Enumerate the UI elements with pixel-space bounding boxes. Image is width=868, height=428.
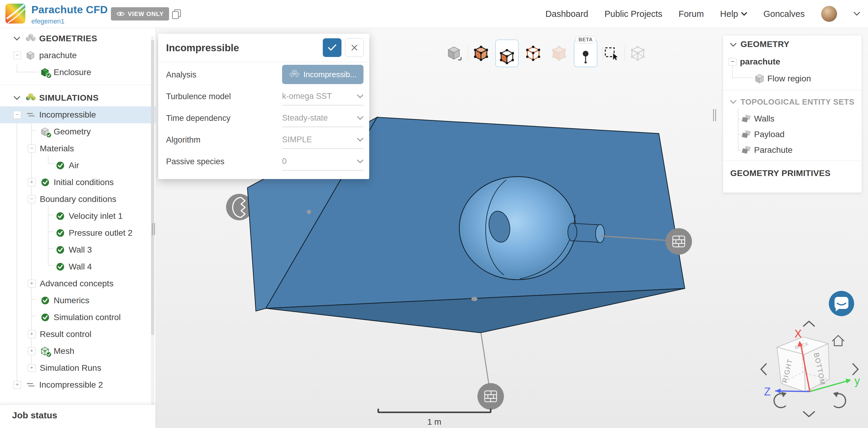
probe-point-tool-icon [579,50,592,64]
probe-point-tool[interactable]: BETA [574,39,597,67]
geometry-panel: GEOMETRY − parachute Flow region TOPOLOG… [723,35,862,193]
tree-item-incompressible-2[interactable]: +Incompressible 2 [0,376,156,393]
chevron-down-icon[interactable] [13,36,21,41]
collapse-toggle[interactable]: − [13,52,21,59]
tree-item-simulation-runs[interactable]: +Simulation Runs [0,360,156,376]
box-select-tool[interactable] [603,44,620,62]
tree-section-label: GEOMETRIES [39,34,97,43]
copy-project-button[interactable] [170,8,183,20]
expand-toggle[interactable]: + [13,381,21,389]
tree-item-air[interactable]: Air [0,157,156,174]
select-face-tool-icon [499,49,515,64]
topo-set-parachute[interactable]: Parachute [723,142,862,158]
project-owner[interactable]: efegemen1 [31,18,108,25]
expand-toggle[interactable]: + [28,330,36,338]
avatar[interactable] [821,6,837,22]
chevron-down-icon [730,39,737,49]
tree-item-enclosure[interactable]: Enclosure [0,64,156,81]
project-title: Parachute CFD [31,4,108,16]
select-volume-tool-icon [473,46,489,61]
main-nav: Dashboard Public Projects Forum Help Gon… [546,0,860,28]
passive-species-select[interactable]: 0 [282,153,364,171]
topo-sets-header-row[interactable]: TOPOLOGICAL ENTITY SETS [723,93,862,111]
tree-item-label: Wall 3 [69,245,92,255]
settings-fields: AnalysisIncompressib...Turbulence modelk… [158,62,369,173]
cube-green-icon [40,68,50,77]
field-label: Time dependency [166,114,230,123]
collapse-toggle[interactable]: − [13,111,21,119]
tree-item-velocity-inlet-1[interactable]: Velocity inlet 1 [0,208,156,224]
view-volume-tool-icon [447,46,462,61]
right-panel-resize-handle[interactable] [713,109,716,121]
sidebar-scrollbar[interactable] [151,36,154,407]
confirm-button[interactable] [323,38,341,57]
topo-set-label: Payload [754,130,784,139]
select-volume-tool[interactable] [472,44,490,62]
tree-item-advanced-concepts[interactable]: +Advanced concepts [0,275,156,292]
view-volume-tool[interactable] [445,44,463,62]
nav-username[interactable]: Goncalves [764,9,805,19]
geometry-item-parachute[interactable]: − parachute [723,53,862,70]
collapse-toggle[interactable]: − [28,195,36,203]
topo-set-walls[interactable]: Walls [723,111,862,127]
select-face-tool[interactable] [495,39,519,67]
geometry-item-flow-region[interactable]: Flow region [723,70,862,87]
left-panel-resize-handle[interactable] [152,223,155,235]
select-edge-tool[interactable] [524,44,542,62]
expand-toggle[interactable]: + [28,280,36,287]
analysis-type-chip[interactable]: Incompressib... [282,65,364,84]
tree-item-parachute[interactable]: −parachute [0,47,156,64]
tree-item-materials[interactable]: −Materials [0,140,156,157]
cubes-color-icon [25,93,36,103]
nav-dashboard[interactable]: Dashboard [546,9,588,19]
chevron-down-icon [357,94,364,98]
chevron-down-icon[interactable] [854,12,860,16]
algorithm-select[interactable]: SIMPLE [282,131,364,149]
cubes-icon [289,69,300,80]
tree-item-wall-4[interactable]: Wall 4 [0,258,156,275]
tree-item-simulations[interactable]: SIMULATIONS [0,90,156,106]
sim-icon [26,380,35,390]
geometry-primitives-row[interactable]: GEOMETRY PRIMITIVES [723,164,862,183]
topo-set-payload[interactable]: Payload [723,127,862,142]
chevron-down-icon[interactable] [13,96,21,100]
tree-item-mesh[interactable]: +Mesh [0,343,156,360]
tree-item-wall-3[interactable]: Wall 3 [0,241,156,258]
tree-item-label: Velocity inlet 1 [69,211,123,221]
expand-toggle[interactable]: + [28,178,36,186]
time-dependency-select[interactable]: Steady-state [282,110,364,127]
topo-set-label: Parachute [754,145,793,155]
clip-tool-icon [630,46,645,61]
geometry-header-row[interactable]: GEOMETRY [723,35,862,53]
nav-forum[interactable]: Forum [679,9,704,19]
tree-item-numerics[interactable]: Numerics [0,292,156,309]
faces-set-icon [742,130,751,139]
sim-icon [26,110,35,119]
nav-public-projects[interactable]: Public Projects [604,9,662,19]
app-logo-icon[interactable] [5,4,25,24]
tree-item-incompressible[interactable]: −Incompressible [0,106,156,123]
expand-toggle[interactable]: + [28,364,36,372]
tree-item-label: Simulation Runs [40,363,101,373]
collapse-toggle[interactable]: − [729,58,737,66]
view-only-label: VIEW ONLY [128,10,164,18]
tree-item-simulation-control[interactable]: Simulation control [0,309,156,326]
expand-toggle[interactable]: + [28,347,36,355]
collapse-toggle[interactable]: − [28,145,36,153]
topo-sets-list: WallsPayloadParachute [723,111,862,158]
tree-item-geometry[interactable]: Geometry [0,123,156,140]
close-button[interactable] [345,38,364,57]
tree-item-boundary-conditions[interactable]: −Boundary conditions [0,191,156,208]
tree-item-geometries[interactable]: GEOMETRIES [0,30,156,47]
select-value: 0 [282,157,357,166]
job-status-panel[interactable]: Job status [0,404,156,426]
turbulence-model-select[interactable]: k-omega SST [282,88,364,105]
nav-help[interactable]: Help [720,9,747,19]
tree-item-initial-conditions[interactable]: +Initial conditions [0,174,156,191]
tree-item-pressure-outlet-2[interactable]: Pressure outlet 2 [0,224,156,241]
tree-item-label: Advanced concepts [40,279,113,288]
app-root: 1 m RIGHT BOTTOM BACK Z y X [0,0,868,428]
tree-item-label: parachute [39,51,77,60]
tree-item-result-control[interactable]: +Result control [0,326,156,343]
tree-item-label: Incompressible [39,110,96,120]
